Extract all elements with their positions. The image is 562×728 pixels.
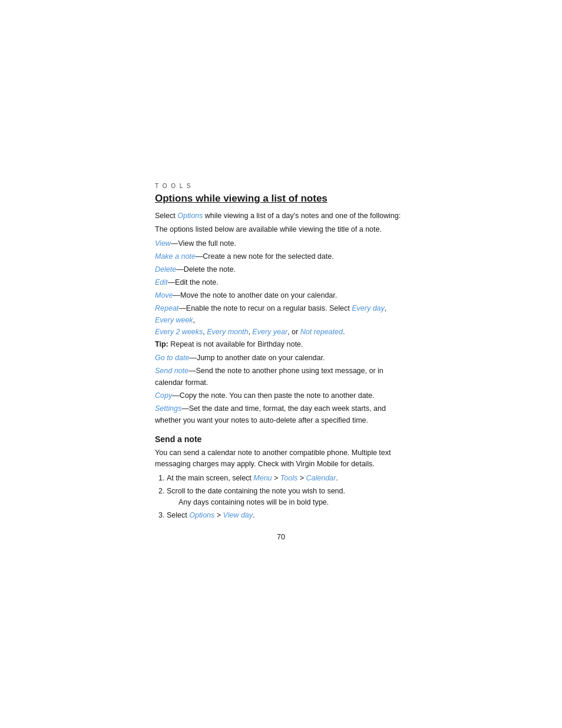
steps-list: At the main screen, select Menu > Tools … <box>167 472 407 521</box>
tip-repeat: Tip: Repeat is not available for Birthda… <box>155 339 407 350</box>
sub-intro: You can send a calendar note to another … <box>155 447 407 470</box>
link-go-to-date[interactable]: Go to date <box>155 354 189 362</box>
link-copy[interactable]: Copy <box>155 391 172 400</box>
option-copy: Copy—Copy the note. You can then paste t… <box>155 390 407 401</box>
step-2-sub: Any days containing notes will be in bol… <box>178 497 407 508</box>
option-delete: Delete—Delete the note. <box>155 263 407 275</box>
link-tools[interactable]: Tools <box>280 474 297 482</box>
step-2: Scroll to the date containing the note y… <box>167 485 407 508</box>
link-repeat[interactable]: Repeat <box>155 304 178 312</box>
option-move: Move—Move the note to another date on yo… <box>155 289 407 301</box>
link-calendar[interactable]: Calendar <box>306 474 336 482</box>
option-view: View—View the full note. <box>155 238 407 249</box>
sub-heading-send-a-note: Send a note <box>155 434 407 444</box>
options-link-intro[interactable]: Options <box>177 212 203 220</box>
link-edit[interactable]: Edit <box>155 278 168 286</box>
option-edit: Edit—Edit the note. <box>155 276 407 288</box>
link-menu[interactable]: Menu <box>253 474 272 482</box>
link-settings[interactable]: Settings <box>155 404 181 413</box>
section-heading: Options while viewing a list of notes <box>155 193 407 205</box>
option-send-note: Send note—Send the note to another phone… <box>155 365 407 388</box>
option-make-a-note: Make a note—Create a new note for the se… <box>155 251 407 262</box>
content-area: T o o l s Options while viewing a list o… <box>0 0 562 588</box>
option-repeat: Repeat—Enable the note to recur on a reg… <box>155 302 407 338</box>
intro-line2: The options listed below are available w… <box>155 224 407 235</box>
link-every-week[interactable]: Every week <box>155 316 193 324</box>
tools-label: T o o l s <box>155 183 407 189</box>
link-every-2-weeks[interactable]: Every 2 weeks <box>155 328 203 336</box>
link-every-day[interactable]: Every day <box>352 304 385 312</box>
intro-line1: Select Options while viewing a list of a… <box>155 210 407 222</box>
page: T o o l s Options while viewing a list o… <box>0 0 562 728</box>
link-every-year[interactable]: Every year <box>252 328 287 336</box>
link-delete[interactable]: Delete <box>155 265 176 274</box>
link-view-day[interactable]: View day <box>223 511 253 519</box>
option-settings: Settings—Set the date and time, format, … <box>155 403 407 426</box>
page-number: 70 <box>155 533 407 541</box>
step-1: At the main screen, select Menu > Tools … <box>167 472 407 484</box>
link-make-a-note[interactable]: Make a note <box>155 252 196 261</box>
option-go-to-date: Go to date—Jump to another date on your … <box>155 352 407 364</box>
step-3: Select Options > View day. <box>167 509 407 521</box>
link-options-step3[interactable]: Options <box>189 511 214 519</box>
link-every-month[interactable]: Every month <box>207 328 248 336</box>
link-move[interactable]: Move <box>155 291 173 299</box>
tip-label: Tip: <box>155 340 168 348</box>
link-view[interactable]: View <box>155 239 171 248</box>
link-not-repeated[interactable]: Not repeated <box>300 328 343 336</box>
link-send-note[interactable]: Send note <box>155 367 189 375</box>
